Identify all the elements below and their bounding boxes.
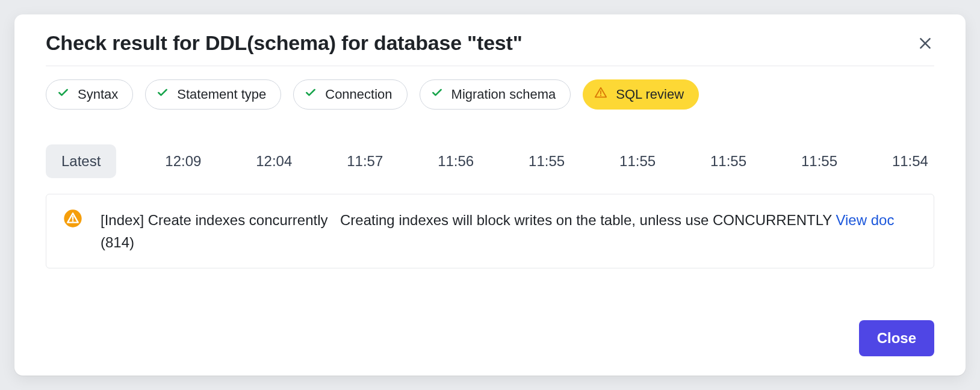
check-chip-statement-type[interactable]: Statement type [145, 79, 281, 110]
check-chip-label: Statement type [177, 87, 266, 102]
result-title: [Index] Create indexes concurrently (814… [101, 209, 329, 253]
svg-point-6 [72, 220, 74, 222]
run-time[interactable]: 11:55 [795, 144, 843, 178]
close-button[interactable]: Close [859, 320, 934, 356]
modal-title: Check result for DDL(schema) for databas… [46, 31, 523, 55]
check-chip-connection[interactable]: Connection [293, 79, 407, 110]
warning-icon [594, 86, 607, 103]
svg-point-3 [600, 94, 601, 96]
run-time[interactable]: 12:04 [250, 144, 298, 178]
check-chip-sql-review[interactable]: SQL review [583, 79, 699, 110]
check-chip-label: Connection [325, 87, 392, 102]
run-time[interactable]: 11:57 [341, 144, 389, 178]
check-result-modal: Check result for DDL(schema) for databas… [14, 14, 966, 376]
check-icon [305, 87, 317, 102]
result-card: [Index] Create indexes concurrently (814… [46, 194, 934, 268]
check-chip-migration-schema[interactable]: Migration schema [420, 79, 571, 110]
check-chip-syntax[interactable]: Syntax [46, 79, 133, 110]
run-time[interactable]: 11:55 [704, 144, 752, 178]
close-icon[interactable] [916, 34, 934, 52]
check-chip-label: Syntax [78, 87, 118, 102]
check-chip-label: SQL review [616, 87, 684, 102]
warning-icon [63, 209, 90, 231]
check-chip-label: Migration schema [451, 87, 556, 102]
check-chip-row: Syntax Statement type Connection Migrati… [46, 66, 934, 116]
run-time[interactable]: 11:55 [613, 144, 662, 178]
run-latest[interactable]: Latest [46, 144, 116, 178]
check-icon [157, 87, 169, 102]
check-icon [57, 87, 69, 102]
run-history-row: Latest 12:09 12:04 11:57 11:56 11:55 11:… [46, 116, 934, 194]
view-doc-link[interactable]: View doc [836, 212, 894, 228]
result-description-text: Creating indexes will block writes on th… [340, 212, 836, 228]
result-description: Creating indexes will block writes on th… [340, 209, 917, 231]
check-icon [431, 87, 443, 102]
run-time[interactable]: 11:55 [523, 144, 571, 178]
run-time[interactable]: 11:56 [432, 144, 480, 178]
run-time[interactable]: 11:54 [886, 144, 934, 178]
run-time[interactable]: 12:09 [159, 144, 207, 178]
